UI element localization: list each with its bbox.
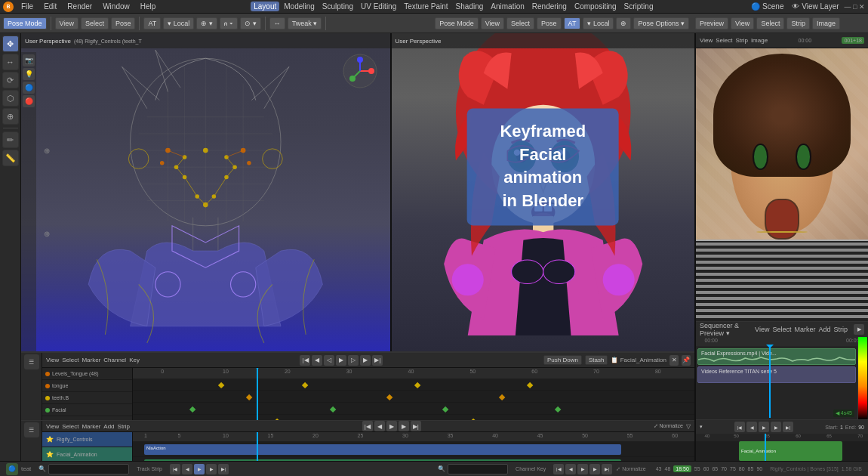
kf-3-2[interactable] [330, 406, 336, 412]
current-frame-display[interactable]: 18:50 [673, 465, 691, 472]
rnla-start[interactable]: |◀ [734, 422, 745, 432]
kf-2-3[interactable] [498, 394, 504, 400]
menu-edit[interactable]: Edit [41, 2, 60, 11]
seq-add-btn[interactable]: Add [818, 326, 830, 333]
tab-layout[interactable]: Layout [251, 2, 279, 11]
seq-strip-reference[interactable]: Videos Reference TITAN serie 5 [697, 366, 856, 383]
nla-ch-rigify[interactable]: ⭐ Rigify_Controls [42, 432, 132, 447]
normalize-btn[interactable]: ⤢ Normalize [616, 466, 645, 472]
rnla-active-strip[interactable]: Facial_Animation [739, 441, 842, 461]
at-btn2[interactable]: AT [564, 17, 581, 29]
pose-options-btn[interactable]: Pose Options ▾ [633, 17, 689, 29]
ds-sidebar-btn[interactable]: ☰ [24, 354, 39, 369]
pose-menu-btn[interactable]: Pose [111, 17, 136, 29]
view-btn3[interactable]: View [731, 17, 754, 29]
tab-texturepaint[interactable]: Texture Paint [401, 2, 451, 11]
global-btn[interactable]: ⊕ ▾ [196, 17, 217, 29]
seq-view-btn[interactable]: View [755, 326, 769, 333]
select-btn2[interactable]: Select [506, 17, 534, 29]
pose-mode-btn2[interactable]: Pose Mode [435, 17, 479, 29]
channel-item-facial[interactable]: Facial [42, 404, 132, 416]
ds-marker-btn[interactable]: Marker [82, 357, 100, 363]
stash-btn[interactable]: Stash [585, 355, 608, 365]
nla-prev[interactable]: ◀ [374, 421, 385, 431]
tool-measure[interactable]: 📏 [2, 150, 19, 166]
channel-item-chest[interactable]: chest [42, 416, 132, 420]
nla-sidebar-btn[interactable]: ☰ [24, 422, 39, 437]
jump-end-btn[interactable]: ▶| [372, 355, 383, 366]
tool-transform[interactable]: ⊕ [2, 108, 19, 125]
kf-4-1[interactable] [274, 418, 280, 420]
vp-icon-material[interactable]: 🔵 [23, 82, 35, 94]
push-down-btn[interactable]: Push Down [543, 355, 582, 365]
rnla-next[interactable]: ▶ [771, 422, 781, 432]
menu-help[interactable]: Help [137, 2, 159, 11]
nla-normalize-btn[interactable]: ⤢ Normalize [654, 423, 683, 429]
strip-btn[interactable]: Strip [786, 17, 810, 29]
nla-view-btn[interactable]: View [46, 423, 59, 430]
tool-select[interactable]: ✥ [2, 36, 19, 52]
tool-annotate[interactable]: ✏ [2, 131, 19, 148]
search-input-left[interactable] [48, 464, 129, 474]
tweak-btn[interactable]: Tweak ▾ [288, 17, 322, 29]
fr-2[interactable]: ◀ [565, 464, 576, 474]
nla-select-btn[interactable]: Select [62, 423, 78, 430]
next-keyframe-btn[interactable]: ▷ [348, 355, 359, 366]
kf-1-4[interactable] [527, 382, 533, 388]
local-btn[interactable]: ▾ Local [163, 17, 194, 29]
vp-icon-render[interactable]: 🔴 [23, 95, 35, 107]
nla-strip-area[interactable]: 1 5 10 15 20 25 30 35 40 45 [133, 432, 694, 461]
pose-mode-btn[interactable]: Pose Mode [3, 17, 47, 29]
kf-2-1[interactable] [246, 394, 252, 400]
btm-play-4[interactable]: ▶ [206, 464, 217, 474]
local-btn2[interactable]: ▾ Local [583, 17, 614, 29]
nla-filter-btn[interactable]: ▽ [686, 423, 691, 430]
transform-btn[interactable]: ↔ [269, 17, 285, 29]
prev-keyframe-btn[interactable]: ◁ [324, 355, 334, 366]
kf-1-3[interactable] [414, 382, 420, 388]
viewport-3d-right[interactable]: KeyframedFacial animationin Blender User… [392, 33, 694, 351]
nla-strip-green[interactable]: Facial_Animation [144, 459, 621, 461]
kf-3-4[interactable] [555, 406, 561, 412]
seq-content[interactable]: 00:00 00:05 Facial Expressions.mp4 | Vid… [696, 337, 868, 419]
pose-btn2[interactable]: Pose [537, 17, 562, 29]
tab-uvediting[interactable]: UV Editing [358, 2, 399, 11]
close-action-btn[interactable]: ✕ [669, 355, 679, 366]
menu-window[interactable]: Window [100, 2, 133, 11]
at-btn[interactable]: AT [143, 17, 161, 29]
nla-strip-blue[interactable]: NlaAction [144, 444, 621, 455]
image-btn[interactable]: Image [812, 17, 840, 29]
select-menu-btn[interactable]: Select [81, 17, 109, 29]
btm-play-3[interactable]: ▶ [194, 464, 205, 474]
proportional-btn[interactable]: ⊙ ▾ [240, 17, 261, 29]
rnla-playhead[interactable] [765, 434, 766, 461]
btm-play-5[interactable]: ▶| [218, 464, 229, 474]
btm-play-1[interactable]: |◀ [170, 464, 180, 474]
nla-next[interactable]: ▶ [399, 421, 409, 431]
channel-item-levels-tongue[interactable]: Levels_Tongue (48) [42, 368, 132, 380]
seq-strip-btn[interactable]: Strip [833, 326, 848, 333]
fr-3[interactable]: ▶ [577, 464, 588, 474]
fr-4[interactable]: ▶ [589, 464, 600, 474]
seq-play-btn[interactable]: ▶ [854, 324, 864, 335]
search-input-right[interactable] [448, 464, 508, 474]
kf-4-2[interactable] [470, 418, 476, 420]
right-nla-content[interactable]: 40 50 55 60 65 70 Facial_Animation [696, 434, 868, 461]
ds-view-btn[interactable]: View [46, 357, 59, 363]
dopesheet-timeline[interactable]: 0 10 20 30 40 50 60 70 80 [133, 368, 694, 420]
tool-scale[interactable]: ⬡ [2, 90, 19, 107]
ds-key-btn[interactable]: Key [129, 357, 140, 363]
btm-play-2[interactable]: ◀ [182, 464, 192, 474]
rnla-end[interactable]: ▶| [783, 422, 793, 432]
pin-btn[interactable]: 📌 [682, 355, 691, 366]
seq-marker-btn[interactable]: Marker [794, 326, 815, 333]
tab-rendering[interactable]: Rendering [529, 2, 570, 11]
tool-move[interactable]: ↔ [2, 54, 19, 70]
menu-file[interactable]: File [18, 2, 36, 11]
tool-rotate[interactable]: ⟳ [2, 72, 19, 88]
snap2[interactable]: ⊕ [616, 17, 631, 29]
kf-1-1[interactable] [217, 382, 223, 388]
tab-animation[interactable]: Animation [488, 2, 527, 11]
view-menu-btn[interactable]: View [55, 17, 78, 29]
nla-jump-end[interactable]: ▶| [411, 421, 421, 431]
